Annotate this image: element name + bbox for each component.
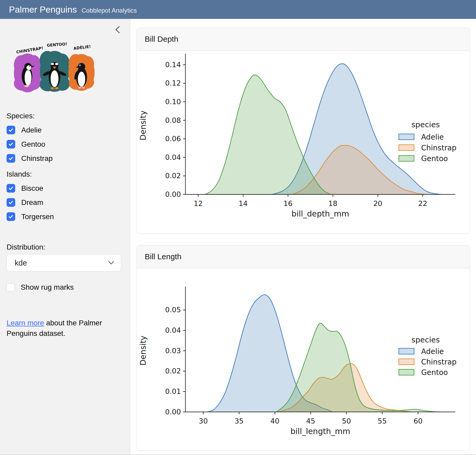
checkbox-checked: [7, 154, 15, 163]
distribution-selected-value: kde: [15, 259, 27, 267]
check-icon: [8, 186, 14, 191]
bill-length-chart: 0.000.010.020.030.040.0530354045505560bi…: [137, 268, 470, 451]
x-axis-label: bill_depth_mm: [291, 209, 349, 218]
bill-length-card-header: Bill Length: [137, 245, 470, 268]
chevron-down-icon: [108, 261, 114, 265]
artwork-label-adelie: ADÉLIE!: [73, 44, 91, 51]
checkbox-label-chinstrap: Chinstrap: [21, 154, 53, 163]
legend-patch-gentoo: [399, 156, 414, 161]
legend-label-adelie: Adelie: [421, 347, 444, 356]
check-icon: [8, 156, 14, 161]
islands-checkbox-group: BiscoeDreamTorgersen: [7, 184, 130, 221]
show-rug-marks-label: Show rug marks: [21, 283, 74, 292]
checkbox-dream[interactable]: Dream: [7, 198, 130, 207]
svg-text:0.02: 0.02: [165, 367, 181, 375]
checkbox-label-biscoe: Biscoe: [21, 184, 43, 193]
checkbox-label-adelie: Adelie: [21, 126, 42, 134]
artwork-label-gentoo: GENTOO!: [47, 42, 67, 48]
svg-text:60: 60: [414, 417, 423, 425]
dataset-info-text: Learn more about the Palmer Penguins dat…: [7, 318, 125, 339]
svg-text:35: 35: [235, 417, 244, 425]
legend-patch-adelie: [399, 134, 414, 140]
svg-text:18: 18: [328, 199, 337, 208]
checkbox-label-torgersen: Torgersen: [21, 213, 54, 221]
svg-text:0.00: 0.00: [165, 190, 181, 198]
artwork-label-chinstrap: CHINSTRAP!: [16, 46, 44, 55]
legend-patch-chinstrap: [399, 359, 414, 365]
check-icon: [8, 200, 14, 205]
bill-depth-card-title: Bill Depth: [145, 35, 178, 44]
app-title: Palmer Penguins: [9, 0, 77, 19]
checkbox-checked: [7, 198, 15, 207]
check-icon: [8, 141, 14, 147]
checkbox-label-gentoo: Gentoo: [21, 140, 45, 149]
species-checkbox-group: AdelieGentooChinstrap: [7, 126, 130, 163]
legend-label-chinstrap: Chinstrap: [421, 144, 457, 152]
svg-text:22: 22: [418, 199, 427, 208]
svg-text:0.02: 0.02: [165, 172, 181, 180]
checkbox-chinstrap[interactable]: Chinstrap: [7, 154, 130, 163]
svg-text:0.06: 0.06: [165, 135, 181, 143]
svg-text:45: 45: [306, 417, 315, 425]
checkbox-biscoe[interactable]: Biscoe: [7, 184, 130, 193]
app-header: Palmer Penguins Cobblepot Analytics: [0, 0, 476, 19]
distribution-label: Distribution:: [7, 243, 130, 251]
svg-text:0.01: 0.01: [165, 387, 181, 395]
bill-length-card: Bill Length 0.000.010.020.030.040.053035…: [137, 245, 470, 451]
legend-title: species: [412, 336, 440, 345]
svg-text:0.03: 0.03: [165, 347, 181, 355]
checkbox-checked: [7, 126, 15, 134]
bill-depth-card: Bill Depth 0.000.020.040.060.080.100.120…: [137, 28, 470, 234]
legend-label-adelie: Adelie: [421, 133, 444, 141]
legend-patch-chinstrap: [399, 145, 414, 151]
chevron-left-icon: [114, 25, 121, 34]
legend-patch-adelie: [399, 348, 414, 354]
legend-title: species: [412, 120, 440, 129]
density-plot-bill_length_mm: 0.000.010.020.030.040.0530354045505560bi…: [137, 268, 470, 449]
svg-text:0.14: 0.14: [165, 61, 181, 69]
legend-label-chinstrap: Chinstrap: [421, 358, 457, 366]
svg-text:40: 40: [270, 417, 279, 425]
learn-more-link[interactable]: Learn more: [7, 319, 44, 327]
islands-group-label: Islands:: [7, 170, 130, 178]
checkbox-unchecked: [7, 283, 15, 292]
checkbox-adelie[interactable]: Adelie: [7, 126, 130, 134]
checkbox-torgersen[interactable]: Torgersen: [7, 212, 130, 221]
sidebar: CHINSTRAP! GENTOO! ADÉLIE! Species: Adel…: [0, 19, 130, 455]
svg-text:0.08: 0.08: [165, 116, 181, 124]
svg-text:0.10: 0.10: [165, 98, 181, 106]
svg-text:0.04: 0.04: [165, 326, 181, 334]
checkbox-checked: [7, 140, 15, 149]
legend-label-gentoo: Gentoo: [421, 154, 448, 163]
penguin-artwork: CHINSTRAP! GENTOO! ADÉLIE!: [11, 39, 99, 98]
sidebar-collapse-button[interactable]: [114, 25, 121, 34]
app-subtitle: Cobblepot Analytics: [82, 7, 137, 14]
check-icon: [8, 127, 14, 133]
svg-text:50: 50: [342, 417, 351, 425]
check-icon: [8, 214, 14, 219]
checkbox-checked: [7, 212, 15, 221]
svg-text:0.00: 0.00: [165, 408, 181, 416]
density-plot-bill_depth_mm: 0.000.020.040.060.080.100.120.1412141618…: [137, 51, 470, 232]
bill-depth-chart: 0.000.020.040.060.080.100.120.1412141618…: [137, 51, 470, 234]
y-axis-label: Density: [138, 336, 148, 366]
checkbox-label-dream: Dream: [21, 198, 43, 207]
bill-depth-card-header: Bill Depth: [137, 28, 470, 51]
svg-text:20: 20: [373, 199, 382, 208]
x-axis-label: bill_length_mm: [290, 427, 350, 436]
svg-text:16: 16: [284, 199, 293, 208]
checkbox-gentoo[interactable]: Gentoo: [7, 140, 130, 149]
checkbox-checked: [7, 184, 15, 193]
show-rug-marks-checkbox[interactable]: Show rug marks: [7, 283, 130, 292]
svg-text:0.04: 0.04: [165, 153, 181, 161]
svg-text:0.12: 0.12: [165, 79, 181, 87]
y-axis-label: Density: [138, 110, 148, 140]
legend-patch-gentoo: [399, 369, 414, 375]
svg-text:55: 55: [378, 417, 387, 425]
svg-text:12: 12: [194, 199, 203, 208]
legend-label-gentoo: Gentoo: [421, 368, 448, 377]
svg-text:30: 30: [199, 417, 208, 425]
bill-length-card-title: Bill Length: [145, 252, 181, 261]
species-group-label: Species:: [7, 112, 130, 120]
distribution-select[interactable]: kde: [7, 254, 121, 272]
